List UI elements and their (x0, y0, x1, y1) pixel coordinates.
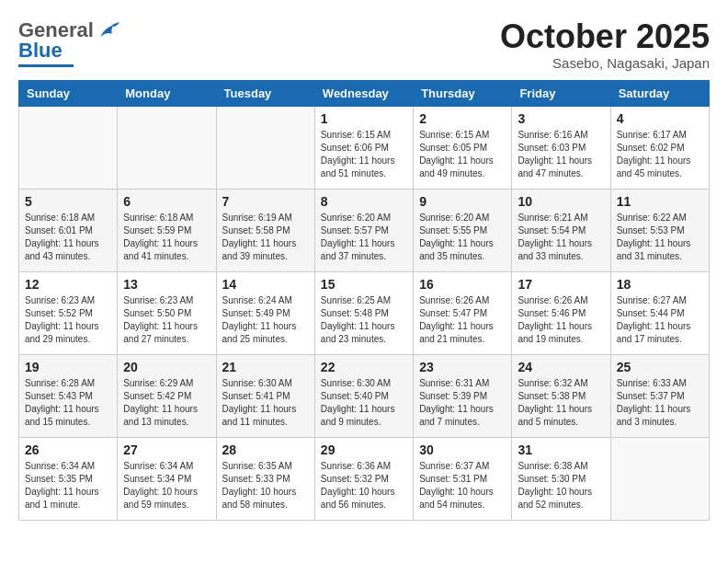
day-number: 2 (419, 111, 506, 126)
day-info: Sunrise: 6:22 AM Sunset: 5:53 PM Dayligh… (617, 212, 703, 263)
day-info: Sunrise: 6:31 AM Sunset: 5:39 PM Dayligh… (419, 377, 506, 429)
calendar-cell: 30Sunrise: 6:37 AM Sunset: 5:31 PM Dayli… (414, 437, 512, 520)
day-number: 15 (321, 277, 407, 292)
calendar-week-row: 12Sunrise: 6:23 AM Sunset: 5:52 PM Dayli… (19, 271, 710, 354)
calendar-cell: 25Sunrise: 6:33 AM Sunset: 5:37 PM Dayli… (610, 354, 709, 437)
day-number: 28 (222, 442, 309, 457)
day-info: Sunrise: 6:23 AM Sunset: 5:52 PM Dayligh… (25, 294, 111, 346)
calendar-week-row: 19Sunrise: 6:28 AM Sunset: 5:43 PM Dayli… (19, 354, 710, 437)
calendar-cell: 20Sunrise: 6:29 AM Sunset: 5:42 PM Dayli… (118, 354, 216, 437)
calendar-cell: 24Sunrise: 6:32 AM Sunset: 5:38 PM Dayli… (512, 354, 610, 437)
day-info: Sunrise: 6:29 AM Sunset: 5:42 PM Dayligh… (123, 377, 210, 429)
day-info: Sunrise: 6:21 AM Sunset: 5:54 PM Dayligh… (518, 212, 604, 263)
title-block: October 2025 Sasebo, Nagasaki, Japan (500, 18, 710, 71)
weekday-header-sunday: Sunday (19, 80, 118, 106)
day-info: Sunrise: 6:18 AM Sunset: 5:59 PM Dayligh… (123, 212, 210, 263)
day-info: Sunrise: 6:24 AM Sunset: 5:49 PM Dayligh… (222, 294, 309, 346)
logo: General Blue (18, 18, 121, 67)
day-number: 9 (419, 194, 506, 209)
day-number: 18 (617, 277, 703, 292)
calendar-cell: 12Sunrise: 6:23 AM Sunset: 5:52 PM Dayli… (19, 271, 118, 354)
calendar-cell (19, 106, 118, 189)
day-number: 13 (123, 277, 210, 292)
calendar-cell: 10Sunrise: 6:21 AM Sunset: 5:54 PM Dayli… (512, 189, 610, 271)
day-number: 22 (321, 360, 407, 374)
location: Sasebo, Nagasaki, Japan (500, 55, 710, 71)
day-info: Sunrise: 6:28 AM Sunset: 5:43 PM Dayligh… (25, 377, 111, 429)
calendar-cell: 9Sunrise: 6:20 AM Sunset: 5:55 PM Daylig… (414, 189, 512, 271)
calendar-cell (610, 437, 709, 520)
weekday-header-saturday: Saturday (610, 80, 709, 106)
weekday-header-row: SundayMondayTuesdayWednesdayThursdayFrid… (19, 80, 710, 106)
day-number: 11 (617, 194, 703, 209)
day-number: 23 (419, 360, 506, 374)
day-number: 6 (123, 194, 210, 209)
weekday-header-tuesday: Tuesday (216, 80, 314, 106)
weekday-header-friday: Friday (512, 80, 610, 106)
calendar-cell: 1Sunrise: 6:15 AM Sunset: 6:06 PM Daylig… (314, 106, 413, 189)
calendar-cell: 19Sunrise: 6:28 AM Sunset: 5:43 PM Dayli… (19, 354, 118, 437)
calendar-cell (118, 106, 216, 189)
day-number: 19 (25, 360, 111, 374)
day-info: Sunrise: 6:15 AM Sunset: 6:06 PM Dayligh… (321, 129, 407, 180)
day-info: Sunrise: 6:34 AM Sunset: 5:35 PM Dayligh… (25, 460, 111, 511)
calendar-cell: 21Sunrise: 6:30 AM Sunset: 5:41 PM Dayli… (216, 354, 314, 437)
day-number: 21 (222, 360, 309, 374)
day-number: 7 (222, 194, 309, 209)
day-info: Sunrise: 6:20 AM Sunset: 5:57 PM Dayligh… (321, 212, 407, 263)
day-info: Sunrise: 6:38 AM Sunset: 5:30 PM Dayligh… (518, 460, 604, 511)
calendar-week-row: 1Sunrise: 6:15 AM Sunset: 6:06 PM Daylig… (19, 106, 710, 189)
calendar-cell: 8Sunrise: 6:20 AM Sunset: 5:57 PM Daylig… (314, 189, 413, 271)
calendar-week-row: 5Sunrise: 6:18 AM Sunset: 6:01 PM Daylig… (19, 189, 710, 271)
calendar-cell: 4Sunrise: 6:17 AM Sunset: 6:02 PM Daylig… (610, 106, 709, 189)
day-info: Sunrise: 6:23 AM Sunset: 5:50 PM Dayligh… (123, 294, 210, 346)
calendar-cell: 27Sunrise: 6:34 AM Sunset: 5:34 PM Dayli… (118, 437, 216, 520)
calendar-week-row: 26Sunrise: 6:34 AM Sunset: 5:35 PM Dayli… (19, 437, 710, 520)
day-info: Sunrise: 6:36 AM Sunset: 5:32 PM Dayligh… (321, 460, 407, 511)
day-number: 1 (321, 111, 407, 126)
day-info: Sunrise: 6:30 AM Sunset: 5:40 PM Dayligh… (321, 377, 407, 429)
day-info: Sunrise: 6:33 AM Sunset: 5:37 PM Dayligh… (617, 377, 703, 429)
calendar-cell: 29Sunrise: 6:36 AM Sunset: 5:32 PM Dayli… (314, 437, 413, 520)
month-title: October 2025 (500, 18, 710, 55)
calendar-cell: 23Sunrise: 6:31 AM Sunset: 5:39 PM Dayli… (414, 354, 512, 437)
day-number: 30 (419, 442, 506, 457)
calendar-cell: 16Sunrise: 6:26 AM Sunset: 5:47 PM Dayli… (414, 271, 512, 354)
day-number: 14 (222, 277, 309, 292)
calendar-cell: 14Sunrise: 6:24 AM Sunset: 5:49 PM Dayli… (216, 271, 314, 354)
calendar-cell (216, 106, 314, 189)
calendar-cell: 2Sunrise: 6:15 AM Sunset: 6:05 PM Daylig… (414, 106, 512, 189)
day-number: 29 (321, 442, 407, 457)
day-number: 25 (617, 360, 703, 374)
day-number: 27 (123, 442, 210, 457)
calendar-cell: 5Sunrise: 6:18 AM Sunset: 6:01 PM Daylig… (19, 189, 118, 271)
day-info: Sunrise: 6:19 AM Sunset: 5:58 PM Dayligh… (222, 212, 309, 263)
day-number: 8 (321, 194, 407, 209)
day-number: 5 (25, 194, 111, 209)
calendar-cell: 7Sunrise: 6:19 AM Sunset: 5:58 PM Daylig… (216, 189, 314, 271)
weekday-header-thursday: Thursday (414, 80, 512, 106)
day-info: Sunrise: 6:27 AM Sunset: 5:44 PM Dayligh… (617, 294, 703, 346)
calendar-cell: 18Sunrise: 6:27 AM Sunset: 5:44 PM Dayli… (610, 271, 709, 354)
day-number: 10 (518, 194, 604, 209)
day-number: 4 (617, 111, 703, 126)
calendar-cell: 31Sunrise: 6:38 AM Sunset: 5:30 PM Dayli… (512, 437, 610, 520)
weekday-header-wednesday: Wednesday (314, 80, 413, 106)
calendar-cell: 17Sunrise: 6:26 AM Sunset: 5:46 PM Dayli… (512, 271, 610, 354)
day-info: Sunrise: 6:30 AM Sunset: 5:41 PM Dayligh… (222, 377, 309, 429)
weekday-header-monday: Monday (118, 80, 216, 106)
day-number: 26 (25, 442, 111, 457)
day-number: 24 (518, 360, 604, 374)
day-info: Sunrise: 6:37 AM Sunset: 5:31 PM Dayligh… (419, 460, 506, 511)
calendar-cell: 13Sunrise: 6:23 AM Sunset: 5:50 PM Dayli… (118, 271, 216, 354)
day-info: Sunrise: 6:34 AM Sunset: 5:34 PM Dayligh… (123, 460, 210, 511)
page-header: General Blue October 2025 Sasebo, Nagasa… (18, 18, 710, 71)
calendar-cell: 3Sunrise: 6:16 AM Sunset: 6:03 PM Daylig… (512, 106, 610, 189)
logo-bird-icon (96, 20, 121, 40)
day-info: Sunrise: 6:32 AM Sunset: 5:38 PM Dayligh… (518, 377, 604, 429)
logo-blue: Blue (18, 39, 63, 63)
day-info: Sunrise: 6:35 AM Sunset: 5:33 PM Dayligh… (222, 460, 309, 511)
day-info: Sunrise: 6:26 AM Sunset: 5:47 PM Dayligh… (419, 294, 506, 346)
day-number: 20 (123, 360, 210, 374)
logo-underline (18, 64, 74, 67)
